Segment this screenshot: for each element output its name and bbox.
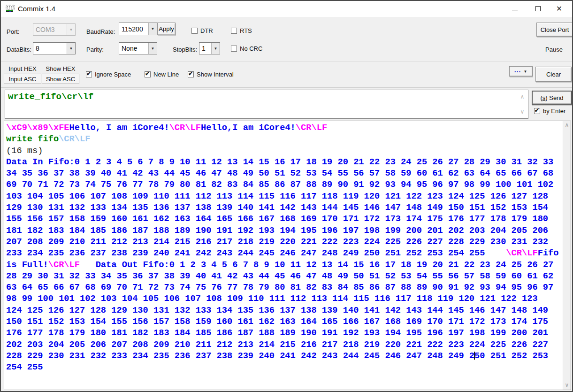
output-log[interactable]: \xC9\x89\xFEHello, I am iCore4!\CR\LFHel… — [4, 121, 571, 390]
baudrate-select[interactable]: 115200 ▼ — [119, 23, 157, 35]
stopbits-label: StopBits: — [173, 46, 197, 53]
send-panel: write_fifo\cr\lf ∧ ∨ (s) Send by Enter — [1, 88, 572, 121]
input-hex-toggle[interactable]: Input HEX — [4, 64, 41, 74]
clear-button[interactable]: Clear — [535, 67, 572, 82]
send-button[interactable]: (s) Send — [532, 91, 572, 105]
chevron-down-icon: ▼ — [148, 23, 157, 35]
scroll-down-icon[interactable]: ∨ — [563, 382, 571, 389]
toolbar: Input HEX Input ASC Show HEX Show ASC Ig… — [1, 61, 572, 88]
no-crc-checkbox[interactable]: No CRC — [231, 45, 262, 52]
scroll-up-icon[interactable]: ∧ — [519, 94, 526, 100]
close-button[interactable]: ✕ — [549, 1, 570, 16]
by-enter-checkbox[interactable]: by Enter — [534, 108, 565, 115]
close-port-button[interactable]: Close Port — [536, 23, 573, 37]
show-hex-toggle[interactable]: Show HEX — [42, 64, 79, 74]
chevron-down-icon: ▼ — [67, 43, 75, 54]
rts-checkbox[interactable]: RTS — [231, 27, 252, 34]
checkbox-icon — [231, 46, 237, 52]
checkbox-icon — [188, 71, 194, 77]
checkbox-icon — [145, 71, 151, 77]
apply-button[interactable]: Apply — [157, 23, 176, 35]
checkbox-icon — [534, 108, 540, 114]
ignore-space-checkbox[interactable]: Ignore Space — [86, 71, 131, 78]
checkbox-icon — [191, 28, 198, 34]
parity-label: Parity: — [86, 46, 104, 53]
scroll-up-icon[interactable]: ∧ — [563, 122, 571, 129]
send-input[interactable]: write_fifo\cr\lf ∧ ∨ — [5, 90, 528, 119]
parity-select[interactable]: None ▼ — [119, 42, 157, 54]
databits-select[interactable]: 8 ▼ — [33, 42, 76, 54]
chevron-down-icon: ▼ — [67, 24, 75, 35]
app-keyboard-icon — [6, 5, 15, 13]
show-asc-toggle[interactable]: Show ASC — [42, 74, 79, 84]
databits-value: 8 — [33, 45, 67, 52]
title-bar[interactable]: Commix 1.4 ✕ — [1, 1, 572, 17]
send-input-text: write_fifo\cr\lf — [8, 92, 93, 102]
chevron-down-icon: ▼ — [148, 43, 157, 54]
checkbox-icon — [86, 71, 92, 77]
stopbits-select[interactable]: 1 ▼ — [199, 42, 220, 54]
baudrate-label: BaudRate: — [86, 28, 115, 35]
stopbits-value: 1 — [199, 45, 211, 52]
checkbox-icon — [231, 28, 237, 34]
maximize-button[interactable] — [527, 1, 549, 16]
window-title: Commix 1.4 — [18, 5, 55, 13]
show-interval-checkbox[interactable]: Show Interval — [188, 71, 234, 78]
port-value: COM3 — [33, 26, 67, 33]
commix-window: Commix 1.4 ✕ Port: COM3 ▼ BaudRate: 1152… — [0, 0, 573, 392]
output-text: \xC9\x89\xFEHello, I am iCore4!\CR\LFHel… — [6, 122, 562, 373]
new-line-checkbox[interactable]: New Line — [145, 71, 179, 78]
settings-panel: Port: COM3 ▼ BaudRate: 115200 ▼ Apply DT… — [1, 17, 572, 61]
dtr-checkbox[interactable]: DTR — [191, 27, 213, 34]
scroll-down-icon[interactable]: ∨ — [519, 109, 526, 115]
output-scrollbar[interactable]: ∧ ∨ — [563, 121, 571, 390]
port-select[interactable]: COM3 ▼ — [33, 23, 76, 36]
minimize-button[interactable] — [504, 1, 525, 16]
port-label: Port: — [7, 28, 19, 35]
more-options-button[interactable]: ... ▼ — [509, 66, 533, 77]
chevron-down-icon: ▼ — [523, 69, 527, 74]
baudrate-value: 115200 — [119, 25, 148, 33]
parity-value: None — [119, 45, 148, 52]
chevron-down-icon: ▼ — [211, 43, 220, 54]
databits-label: DataBits: — [7, 46, 31, 53]
pause-button[interactable]: Pause — [545, 46, 563, 53]
input-asc-toggle[interactable]: Input ASC — [4, 74, 41, 84]
